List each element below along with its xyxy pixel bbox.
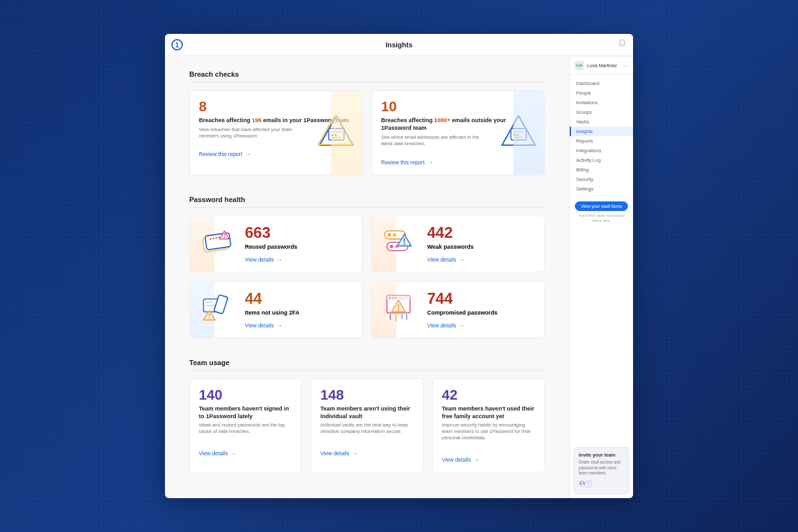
breach-sub: See which email addresses are affected i… (381, 134, 483, 147)
invite-team-box[interactable]: Invite your team Share vault access and … (574, 447, 629, 494)
svg-point-3 (335, 134, 337, 136)
reused-passwords-icon (199, 225, 236, 257)
page-title: Insights (386, 41, 412, 49)
avatar: Lm (575, 61, 584, 70)
svg-point-17 (224, 237, 225, 238)
arrow-right-icon: → (352, 450, 357, 457)
svg-rect-5 (511, 129, 526, 140)
sidebar-item-settings[interactable]: Settings (570, 184, 633, 194)
sidebar-nav: DashboardPeopleInvitationsGroupsVaultsIn… (570, 75, 633, 198)
sidebar-item-people[interactable]: People (570, 88, 633, 98)
account-menu[interactable]: Lm Luca Martinez ⌄ (570, 56, 633, 75)
notifications-icon[interactable] (618, 39, 627, 51)
sidebar-item-invitations[interactable]: Invitations (570, 98, 633, 107)
svg-point-13 (212, 237, 214, 239)
usage-sub: Individual vaults are the best way to ke… (320, 422, 414, 435)
svg-point-7 (514, 134, 516, 136)
invite-title: Invite your team (579, 452, 624, 458)
svg-point-12 (210, 238, 212, 240)
health-card-reused: 663 Reused passwords View details→ (189, 215, 363, 272)
sidebar-item-billing[interactable]: Billing (570, 165, 633, 175)
section-title-breach: Breach checks (189, 64, 545, 82)
svg-point-19 (387, 233, 391, 236)
main-content: Breach checks 8 Breaches affecting 196 e… (165, 56, 569, 498)
invite-desc: Share vault access and passwords with mo… (579, 460, 624, 476)
svg-rect-29 (214, 294, 228, 313)
sidebar-item-vaults[interactable]: Vaults (570, 117, 633, 127)
view-details-link[interactable]: View details→ (245, 256, 297, 263)
vault-hint: You'll find vaults and saved items here (570, 212, 633, 225)
svg-rect-46 (588, 483, 590, 485)
usage-sub: Improve security habits by encouraging t… (442, 422, 535, 441)
usage-card-individual-vault: 148 Team members aren't using their Indi… (311, 379, 423, 473)
view-vault-items-button[interactable]: View your vault items (575, 201, 628, 211)
breach-illustration-icon (498, 112, 539, 153)
breach-card-external: 10 Breaches affecting 1000+ emails outsi… (372, 90, 545, 175)
view-details-link[interactable]: View details→ (427, 322, 497, 329)
review-report-link[interactable]: Review this report→ (199, 151, 251, 157)
usage-card-family-account: 42 Team members haven't used their free … (432, 379, 545, 473)
health-value: 44 (245, 291, 300, 306)
breach-illustration-icon (316, 112, 357, 153)
titlebar: 1 Insights (165, 34, 633, 56)
svg-point-36 (395, 297, 396, 298)
arrow-right-icon: → (230, 450, 236, 457)
usage-value: 42 (442, 387, 535, 403)
svg-point-44 (581, 481, 583, 483)
health-label: Compromised passwords (427, 309, 497, 316)
usage-value: 148 (320, 387, 414, 403)
svg-rect-27 (206, 301, 213, 303)
arrow-right-icon: → (473, 457, 479, 463)
view-details-link[interactable]: View details→ (442, 457, 479, 463)
section-title-health: Password health (189, 189, 545, 208)
invite-team-icon (579, 478, 624, 491)
usage-headline: Team members haven't signed in to 1Passw… (199, 405, 292, 420)
arrow-right-icon: → (276, 256, 282, 263)
svg-point-34 (389, 297, 390, 298)
app-logo-icon: 1 (171, 39, 183, 51)
review-report-link[interactable]: Review this report→ (381, 159, 433, 166)
health-label: Reused passwords (245, 244, 297, 250)
svg-rect-45 (586, 481, 591, 487)
usage-card-signin: 140 Team members haven't signed in to 1P… (189, 379, 302, 473)
arrow-right-icon: → (276, 322, 282, 329)
svg-point-20 (393, 233, 396, 236)
svg-point-8 (517, 134, 519, 136)
section-title-usage: Team usage (189, 352, 545, 371)
usage-value: 140 (199, 387, 292, 403)
arrow-right-icon: → (427, 159, 433, 166)
arrow-right-icon: → (245, 151, 251, 157)
view-details-link[interactable]: View details→ (245, 322, 300, 329)
no-2fa-icon (199, 291, 236, 323)
arrow-right-icon: → (458, 256, 464, 263)
breach-card-internal: 8 Breaches affecting 196 emails in your … (189, 90, 363, 175)
sidebar-item-reports[interactable]: Reports (570, 136, 633, 146)
svg-point-35 (392, 297, 393, 298)
svg-point-2 (332, 134, 334, 136)
sidebar-item-activity-log[interactable]: Activity Log (570, 155, 633, 165)
sidebar-item-security[interactable]: Security (570, 175, 633, 184)
view-details-link[interactable]: View details→ (199, 450, 236, 457)
health-label: Items not using 2FA (245, 309, 300, 316)
app-window: 1 Insights Breach checks 8 Breaches affe… (165, 34, 633, 498)
arrow-right-icon: → (458, 322, 464, 329)
usage-headline: Team members haven't used their free fam… (442, 405, 535, 420)
health-card-weak: 442 Weak passwords View details→ (372, 215, 545, 272)
breach-sub: View breaches that have affected your te… (199, 127, 301, 139)
sidebar-item-insights[interactable]: Insights (570, 127, 633, 136)
health-value: 744 (427, 291, 497, 306)
svg-point-31 (208, 318, 210, 319)
view-details-link[interactable]: View details→ (320, 450, 357, 457)
sidebar-item-groups[interactable]: Groups (570, 107, 633, 117)
view-details-link[interactable]: View details→ (427, 256, 474, 263)
svg-rect-0 (329, 129, 344, 140)
svg-point-22 (390, 244, 393, 247)
weak-passwords-icon (381, 225, 418, 257)
sidebar-item-integrations[interactable]: Integrations (570, 146, 633, 155)
health-card-no2fa: 44 Items not using 2FA View details→ (189, 281, 363, 338)
sidebar-item-dashboard[interactable]: Dashboard (570, 79, 633, 88)
svg-point-25 (403, 243, 405, 244)
chevron-down-icon: ⌄ (624, 63, 628, 68)
svg-point-15 (218, 236, 220, 238)
usage-sub: Weak and reused passwords are the top ca… (199, 422, 292, 435)
